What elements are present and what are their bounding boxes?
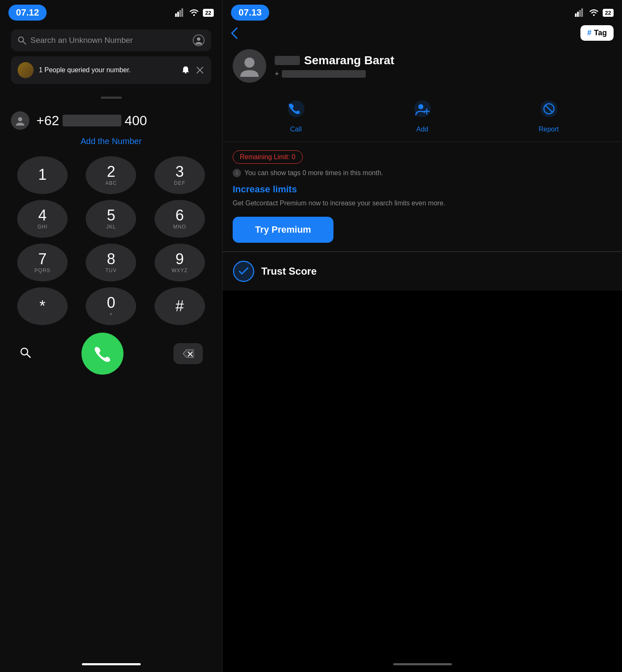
phone-suffix: 400: [125, 113, 147, 129]
dialpad: 1 2 ABC 3 DEF 4 GHI 5 JKL 6 MNO 7 PQRS 8: [11, 156, 211, 325]
limit-info-text: You can show tags 0 more times in this m…: [244, 169, 383, 177]
dial-actions: [11, 333, 211, 375]
back-button[interactable]: [231, 27, 238, 39]
dial-key-4[interactable]: 4 GHI: [17, 200, 68, 238]
right-panel: 07.13 22 # Tag: [223, 0, 622, 672]
add-action-button[interactable]: Add: [409, 95, 436, 133]
right-signal-icon: [575, 8, 585, 17]
add-action-icon: [409, 95, 436, 122]
add-number-button[interactable]: Add the Number: [81, 136, 142, 146]
notification-bar[interactable]: 1 People queried your number.: [11, 56, 211, 84]
dial-key-8[interactable]: 8 TUV: [86, 244, 136, 281]
call-button[interactable]: [81, 333, 123, 375]
svg-rect-2: [179, 10, 181, 17]
svg-point-8: [197, 37, 200, 41]
dial-key-6[interactable]: 6 MNO: [155, 200, 205, 238]
contact-phone-plus: +: [275, 70, 279, 79]
report-action-button[interactable]: Report: [535, 95, 562, 133]
right-nav: # Tag: [223, 25, 622, 41]
signal-icon: [175, 8, 185, 17]
svg-point-24: [414, 100, 431, 117]
delete-button[interactable]: [173, 343, 203, 364]
bell-icon: [181, 66, 190, 75]
svg-rect-0: [175, 13, 177, 17]
country-code: +62: [36, 113, 59, 129]
contact-phone-row: +: [275, 70, 612, 79]
svg-rect-3: [181, 8, 183, 17]
left-home-indicator: [82, 663, 141, 665]
limit-section: Remaining Limit: 0 i You can show tags 0…: [223, 142, 622, 251]
svg-rect-1: [177, 12, 179, 17]
right-home-indicator: [393, 663, 452, 665]
notif-avatar: [18, 62, 34, 78]
contact-header: Semarang Barat +: [223, 41, 622, 91]
trust-score-section: Trust Score: [223, 252, 622, 291]
remaining-limit-badge: Remaining Limit: 0: [233, 150, 303, 164]
right-status-bar: 07.13 22: [223, 0, 622, 25]
tag-label: Tag: [594, 29, 607, 37]
right-status-icons: 22: [575, 8, 614, 17]
svg-point-25: [418, 104, 423, 109]
right-battery: 22: [603, 9, 614, 17]
dial-key-3[interactable]: 3 DEF: [155, 156, 205, 194]
left-time: 07.12: [8, 5, 47, 21]
dial-key-1[interactable]: 1: [17, 156, 68, 194]
tag-button[interactable]: # Tag: [580, 25, 614, 41]
svg-point-5: [18, 37, 24, 42]
report-action-icon: [535, 95, 562, 122]
try-premium-button[interactable]: Try Premium: [233, 217, 333, 243]
contact-name-redacted: [275, 56, 300, 65]
svg-rect-18: [577, 12, 579, 17]
close-icon[interactable]: [195, 66, 205, 75]
dial-key-2[interactable]: 2 ABC: [86, 156, 136, 194]
left-battery: 22: [203, 9, 214, 17]
svg-rect-9: [185, 72, 186, 74]
dial-key-star[interactable]: *: [17, 287, 68, 325]
increase-limits-title: Increase limits: [233, 184, 612, 195]
tag-hash: #: [587, 29, 591, 37]
contact-name: Semarang Barat: [304, 54, 394, 67]
dial-key-7[interactable]: 7 PQRS: [17, 244, 68, 281]
svg-rect-19: [579, 10, 581, 17]
contact-name-row: Semarang Barat: [275, 54, 612, 67]
phone-display: +62 400: [11, 111, 211, 130]
left-panel: 07.12 22 Search an Unknow: [0, 0, 223, 672]
call-action-label: Call: [290, 126, 302, 133]
search-icon: [18, 36, 26, 45]
notif-text: 1 People queried your number.: [39, 66, 176, 74]
phone-avatar: [11, 111, 29, 130]
contact-info: Semarang Barat +: [275, 54, 612, 79]
report-action-label: Report: [538, 126, 559, 133]
left-search-bar[interactable]: Search an Unknown Number: [11, 29, 211, 51]
svg-rect-17: [575, 13, 577, 17]
svg-point-23: [288, 100, 304, 117]
svg-point-22: [244, 58, 255, 68]
info-icon: i: [233, 169, 241, 177]
bottom-dark-area: [223, 291, 622, 672]
dial-key-0[interactable]: 0 +: [86, 287, 136, 325]
dial-key-9[interactable]: 9 WXYZ: [155, 244, 205, 281]
svg-point-12: [18, 117, 22, 121]
right-wifi-icon: [588, 8, 599, 17]
trust-score-label: Trust Score: [261, 265, 317, 277]
svg-point-21: [593, 14, 595, 16]
call-action-icon: [283, 95, 310, 122]
trust-score-icon: [233, 260, 255, 282]
contact-avatar: [233, 49, 266, 83]
phone-number: +62 400: [36, 113, 147, 129]
call-action-button[interactable]: Call: [283, 95, 310, 133]
dial-search-button[interactable]: [19, 346, 31, 361]
dial-key-5[interactable]: 5 JKL: [86, 200, 136, 238]
search-placeholder: Search an Unknown Number: [30, 36, 188, 45]
svg-line-14: [27, 354, 30, 357]
left-status-icons: 22: [175, 8, 214, 17]
contact-phone-redacted: [282, 70, 366, 78]
svg-point-4: [193, 14, 195, 16]
profile-icon: [193, 34, 205, 46]
drag-handle: [101, 97, 122, 99]
increase-limits-desc: Get Getcontact Premium now to increase y…: [233, 198, 612, 208]
limit-info: i You can show tags 0 more times in this…: [233, 169, 612, 177]
right-time: 07.13: [231, 5, 269, 21]
action-row: Call Add Report: [223, 91, 622, 142]
dial-key-hash[interactable]: #: [155, 287, 205, 325]
